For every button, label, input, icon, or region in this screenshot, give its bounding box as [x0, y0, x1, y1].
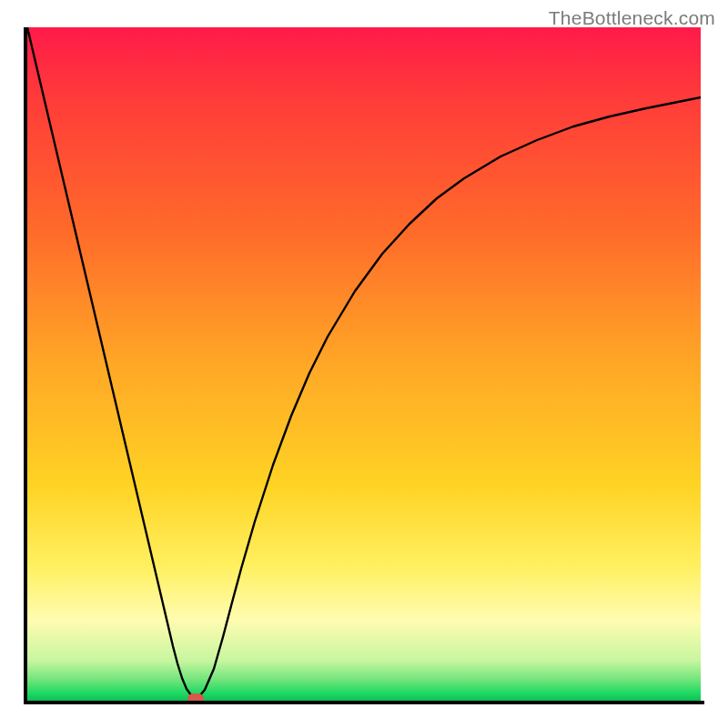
chart-container: TheBottleneck.com — [0, 0, 728, 728]
y-axis — [24, 27, 27, 704]
watermark-text: TheBottleneck.com — [549, 7, 715, 29]
plot-background — [27, 27, 701, 701]
x-axis — [24, 701, 704, 704]
